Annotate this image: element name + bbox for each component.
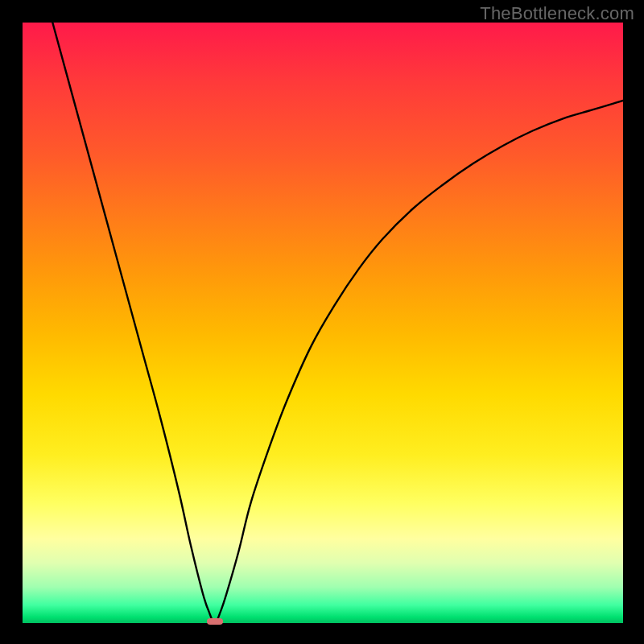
bottleneck-curve <box>52 23 623 623</box>
chart-frame: TheBottleneck.com <box>0 0 644 644</box>
watermark-text: TheBottleneck.com <box>480 3 634 24</box>
curve-svg <box>23 23 623 623</box>
minimum-marker <box>207 618 223 625</box>
plot-area <box>23 23 623 623</box>
